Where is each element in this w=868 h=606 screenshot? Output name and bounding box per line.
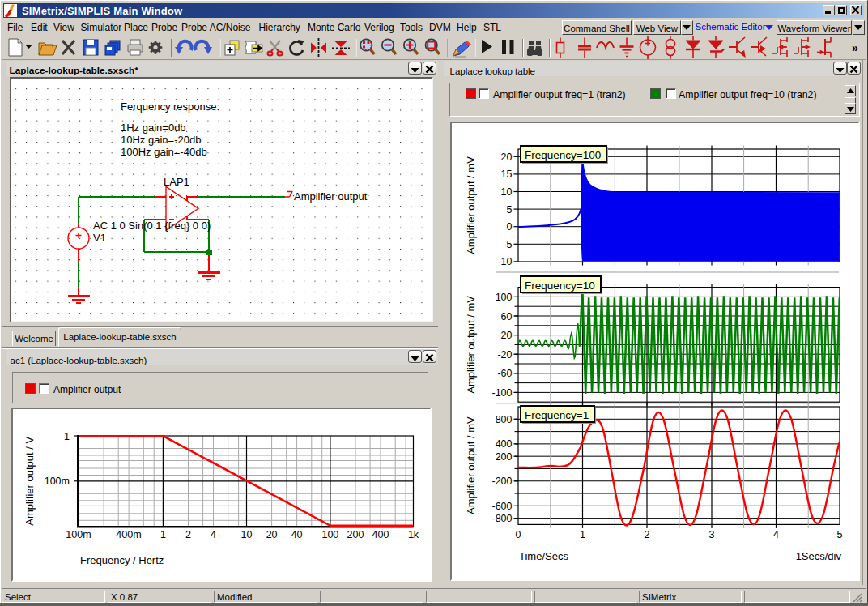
svg-text:3: 3 [709, 529, 715, 540]
svg-text:200: 200 [347, 529, 364, 540]
svg-text:Frequency=10: Frequency=10 [525, 280, 595, 292]
svg-text:200: 200 [496, 451, 513, 463]
svg-text:Amplifier output / mV: Amplifier output / mV [465, 296, 477, 394]
svg-text:Time/Secs: Time/Secs [519, 550, 568, 562]
svg-text:40: 40 [291, 529, 303, 540]
svg-text:-10: -10 [497, 256, 512, 267]
svg-text:60: 60 [501, 311, 513, 322]
svg-text:100: 100 [321, 529, 338, 540]
svg-text:10: 10 [241, 529, 253, 540]
svg-text:AC 1 0 Sin(0 1 {freq} 0 0): AC 1 0 Sin(0 1 {freq} 0 0) [93, 220, 211, 232]
svg-text:Frequency / Hertz: Frequency / Hertz [80, 554, 164, 566]
svg-text:2: 2 [185, 529, 191, 540]
svg-text:20: 20 [501, 152, 513, 163]
svg-text:15: 15 [501, 169, 513, 180]
svg-text:0: 0 [507, 221, 513, 233]
svg-text:1: 1 [160, 529, 166, 540]
svg-text:1k: 1k [408, 529, 419, 540]
svg-text:Amplifier output / V: Amplifier output / V [23, 437, 36, 526]
svg-text:800: 800 [496, 414, 513, 425]
svg-text:100m: 100m [66, 529, 91, 540]
svg-text:4: 4 [211, 529, 216, 540]
svg-text:Ferquency response:: Ferquency response: [121, 100, 219, 113]
svg-text:400m: 400m [116, 529, 141, 540]
svg-text:10Hz gain=-20db: 10Hz gain=-20db [121, 134, 201, 146]
svg-text:-5: -5 [503, 239, 512, 250]
svg-text:1: 1 [580, 529, 585, 540]
svg-text:-60: -60 [497, 368, 512, 379]
svg-text:10: 10 [501, 186, 513, 198]
svg-text:100m: 100m [45, 476, 70, 487]
svg-text:-200: -200 [491, 476, 512, 487]
svg-text:-20: -20 [497, 349, 512, 361]
svg-text:-600: -600 [491, 501, 512, 512]
svg-text:20: 20 [501, 330, 513, 341]
svg-text:Amplifier output / mV: Amplifier output / mV [465, 156, 477, 254]
svg-text:LAP1: LAP1 [164, 176, 189, 188]
svg-text:100: 100 [496, 292, 513, 303]
svg-text:0: 0 [516, 529, 521, 540]
svg-text:-100: -100 [491, 387, 512, 399]
svg-text:Frequency=1: Frequency=1 [525, 409, 589, 421]
svg-text:4: 4 [773, 529, 779, 540]
svg-text:20: 20 [266, 529, 278, 540]
svg-text:400: 400 [496, 438, 513, 450]
svg-text:1: 1 [64, 431, 70, 442]
svg-text:100Hz gain=-40db: 100Hz gain=-40db [121, 146, 207, 158]
svg-text:1Hz gain=0db: 1Hz gain=0db [121, 122, 186, 134]
svg-text:Frequency=100: Frequency=100 [525, 149, 601, 161]
svg-text:5: 5 [837, 529, 843, 540]
svg-text:2: 2 [645, 529, 650, 540]
svg-text:400: 400 [372, 529, 389, 540]
svg-text:Amplifier output: Amplifier output [294, 190, 368, 203]
svg-text:»: » [852, 41, 858, 54]
svg-text:1Secs/div: 1Secs/div [796, 550, 842, 562]
svg-text:5: 5 [507, 204, 513, 216]
svg-text:Amplifier output / mV: Amplifier output / mV [465, 416, 477, 514]
svg-text:-800: -800 [491, 513, 512, 524]
svg-text:V1: V1 [93, 232, 106, 244]
